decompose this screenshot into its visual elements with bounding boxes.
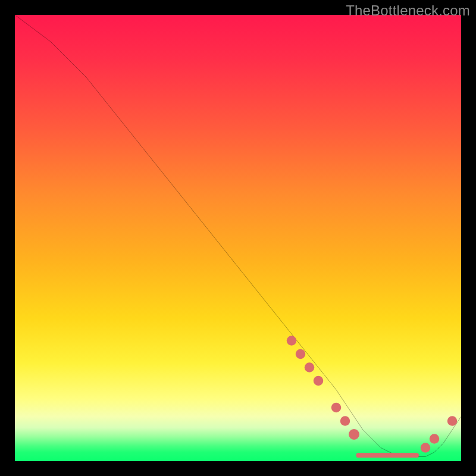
marker-dot: [430, 434, 440, 444]
marker-dot: [421, 443, 431, 453]
marker-dot: [447, 416, 458, 426]
marker-dot: [340, 416, 350, 426]
curve-markers: [287, 336, 458, 453]
plot-area: [15, 15, 461, 461]
dense-dot: [414, 453, 419, 458]
chart-frame: TheBottleneck.com: [0, 0, 476, 476]
watermark-text: TheBottleneck.com: [346, 2, 470, 19]
marker-dot: [287, 336, 297, 346]
chart-svg: [15, 15, 461, 461]
marker-dot: [314, 376, 324, 386]
marker-dot: [305, 362, 315, 372]
curve-line: [15, 15, 461, 457]
marker-dot: [296, 349, 306, 359]
marker-dot: [349, 429, 359, 440]
curve-dense-dots: [356, 453, 419, 458]
marker-dot: [331, 403, 342, 413]
